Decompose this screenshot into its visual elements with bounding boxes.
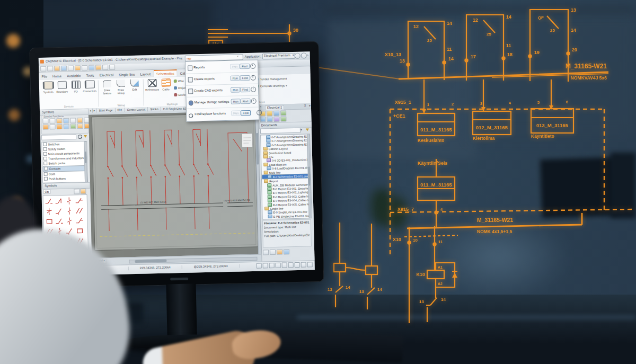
ribbon-button-tender-management[interactable]: Tender management bbox=[256, 77, 287, 83]
filter-funnel-icon[interactable] bbox=[306, 128, 309, 131]
find-button[interactable]: Find bbox=[240, 87, 250, 92]
doc-toolbar-icon[interactable] bbox=[280, 116, 286, 121]
filter-funnel-icon[interactable] bbox=[84, 135, 87, 138]
checkbox-icon[interactable] bbox=[43, 162, 47, 165]
ribbon-button-references[interactable]: References bbox=[145, 79, 160, 101]
qat-open-icon[interactable] bbox=[47, 66, 53, 71]
history-clock-icon[interactable] bbox=[251, 99, 257, 104]
status-snap-icon[interactable] bbox=[263, 263, 268, 268]
symbol-func-icon[interactable] bbox=[64, 124, 69, 129]
symbol-func-icon[interactable] bbox=[49, 118, 55, 123]
tab-file[interactable]: File bbox=[39, 73, 50, 79]
checkbox-icon[interactable] bbox=[44, 167, 48, 171]
symbol-func-icon[interactable] bbox=[77, 118, 83, 123]
doc-toolbar-icon[interactable] bbox=[267, 111, 272, 116]
tree-item[interactable]: E-PE SingleLine E3-001.drw bbox=[263, 214, 312, 218]
qat-save-icon[interactable] bbox=[54, 66, 60, 71]
ribbon-collapse-icon[interactable]: ˄ bbox=[307, 54, 309, 57]
symbol-func-icon[interactable] bbox=[77, 123, 83, 129]
qat-redo-icon[interactable] bbox=[68, 65, 74, 70]
status-filter-icon[interactable] bbox=[288, 262, 294, 268]
props-toolbar-icon[interactable] bbox=[263, 250, 269, 255]
checkbox-icon[interactable] bbox=[43, 157, 47, 161]
checkbox-icon[interactable] bbox=[44, 172, 48, 176]
props-toolbar-icon[interactable] bbox=[270, 250, 276, 255]
run-button[interactable]: Run bbox=[230, 64, 240, 69]
symbol-settings-icon[interactable] bbox=[80, 189, 86, 194]
status-grid-icon[interactable] bbox=[257, 263, 262, 268]
tab-scroll-right[interactable]: ▸ bbox=[93, 108, 97, 112]
props-toolbar-icon[interactable] bbox=[277, 250, 282, 255]
doc-tab-centre-layout[interactable]: Centre Layout bbox=[125, 107, 148, 112]
documents-filter-input[interactable] bbox=[260, 128, 301, 134]
props-toolbar-icon[interactable] bbox=[284, 249, 289, 254]
search-icon[interactable] bbox=[78, 135, 82, 139]
scrollbar[interactable] bbox=[84, 141, 87, 183]
doc-tab-sahko[interactable]: Sähkö bbox=[148, 107, 161, 112]
checkbox-icon[interactable] bbox=[44, 177, 48, 181]
history-clock-icon[interactable] bbox=[251, 87, 256, 92]
symbol-func-icon[interactable] bbox=[57, 124, 63, 129]
checkbox-icon[interactable] bbox=[43, 152, 47, 156]
checkbox-icon[interactable] bbox=[43, 147, 47, 151]
tab-single-line[interactable]: Single-line bbox=[116, 72, 138, 78]
run-button[interactable]: Run bbox=[231, 110, 241, 116]
qat-undo-icon[interactable] bbox=[61, 66, 67, 71]
symbol-func-icon[interactable] bbox=[43, 125, 49, 130]
history-clock-icon[interactable] bbox=[251, 75, 256, 81]
popup-item[interactable]: Find/replace functions Run Find bbox=[187, 107, 259, 120]
status-target-icon[interactable] bbox=[301, 262, 306, 268]
checkbox-icon[interactable] bbox=[43, 143, 47, 146]
drawing-canvas[interactable]: L1(-W1)-W21 MMJ 4x2,5S L1(-W1)-W29 MMJ 5… bbox=[89, 111, 261, 258]
qat-zoom-icon[interactable] bbox=[82, 65, 87, 70]
chevron-down-icon[interactable]: ▾ bbox=[301, 128, 302, 132]
find-button[interactable]: Find bbox=[241, 110, 251, 116]
ribbon-button-connectors[interactable]: Connectors bbox=[83, 80, 97, 102]
symbol-search-input[interactable] bbox=[41, 134, 76, 140]
doc-toolbar-icon[interactable] bbox=[273, 111, 279, 116]
tab-layout[interactable]: Layout bbox=[137, 71, 153, 77]
ribbon-button-boundary[interactable]: Boundary bbox=[55, 81, 69, 103]
qat-new-icon[interactable] bbox=[40, 66, 46, 72]
history-clock-icon[interactable] bbox=[250, 64, 255, 69]
status-osnap-icon[interactable] bbox=[276, 263, 281, 268]
qat-grid-icon[interactable] bbox=[102, 65, 108, 70]
qat-filter-icon[interactable] bbox=[109, 65, 115, 70]
canvas-note-box[interactable] bbox=[242, 134, 253, 147]
pin-icon[interactable]: ⊼ bbox=[304, 104, 306, 108]
history-clock-icon[interactable] bbox=[257, 110, 262, 115]
qat-layers-icon[interactable] bbox=[95, 65, 101, 70]
ribbon-button-cable[interactable]: Cable bbox=[159, 78, 173, 100]
qat-print-icon[interactable] bbox=[75, 65, 81, 70]
symbol-func-icon[interactable] bbox=[70, 123, 76, 129]
tab-schematics[interactable]: Schematics bbox=[153, 69, 178, 77]
symbol-func-icon[interactable] bbox=[42, 119, 48, 124]
run-button[interactable]: Run bbox=[231, 99, 241, 104]
ribbon-button-draw-feature[interactable]: Draw feature bbox=[100, 80, 114, 102]
qat-pan-icon[interactable] bbox=[89, 65, 94, 70]
settings-button[interactable] bbox=[301, 52, 307, 58]
status-check-icon[interactable] bbox=[307, 262, 313, 267]
run-button[interactable]: Run bbox=[231, 75, 240, 81]
status-pen-icon[interactable] bbox=[295, 262, 300, 268]
ribbon-button-edit-wiring[interactable]: Edit bbox=[128, 79, 142, 101]
ribbon-button-io[interactable]: I/O bbox=[69, 81, 83, 102]
chevron-down-icon[interactable]: ▾ bbox=[309, 104, 311, 108]
close-icon[interactable]: × bbox=[260, 105, 262, 109]
tab-electrical[interactable]: Electrical bbox=[97, 72, 117, 78]
panel-tab-electrical-2[interactable]: Electrical 2 bbox=[265, 105, 285, 109]
find-button[interactable]: Find bbox=[240, 75, 250, 81]
run-button[interactable]: Run bbox=[231, 87, 240, 92]
ribbon-button-wire[interactable]: Wire bbox=[174, 79, 184, 85]
symbol-func-icon[interactable] bbox=[50, 124, 56, 129]
symbol-func-icon[interactable] bbox=[70, 118, 76, 123]
doc-tab-001[interactable]: 001 bbox=[115, 108, 125, 112]
find-button[interactable]: Find bbox=[241, 99, 251, 104]
doc-toolbar-icon[interactable] bbox=[260, 117, 266, 122]
application-select[interactable]: Electrical Premium▾ bbox=[262, 53, 295, 59]
doc-toolbar-icon[interactable] bbox=[273, 117, 279, 122]
ribbon-button-generate-drawings[interactable]: Generate drawings ▾ bbox=[256, 84, 287, 90]
ribbon-button-draw-wiring[interactable]: Draw wiring bbox=[114, 79, 128, 101]
tab-scroll-left[interactable]: ◂ bbox=[89, 109, 93, 113]
tab-available[interactable]: Available bbox=[64, 73, 84, 79]
